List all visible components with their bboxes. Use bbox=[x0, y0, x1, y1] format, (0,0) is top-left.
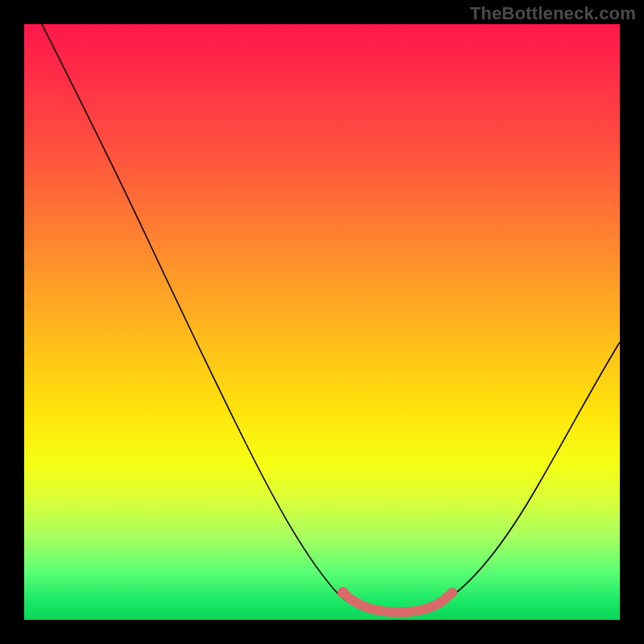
chart-frame: TheBottleneck.com bbox=[0, 0, 644, 644]
plot-area bbox=[24, 24, 620, 620]
highlight-dot bbox=[337, 587, 349, 598]
highlight-band bbox=[343, 592, 452, 613]
curve-layer bbox=[24, 24, 620, 620]
main-curve bbox=[42, 24, 620, 613]
watermark-text: TheBottleneck.com bbox=[470, 3, 636, 24]
